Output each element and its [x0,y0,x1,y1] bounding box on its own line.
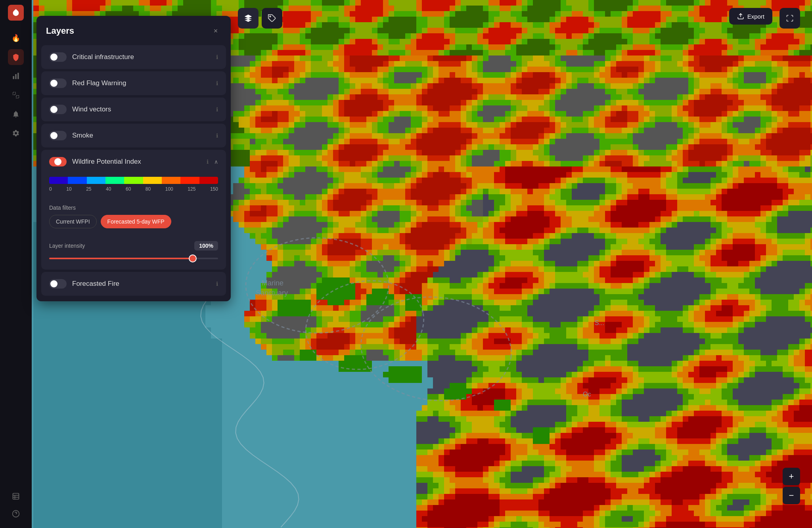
info-icon-wfpi[interactable]: ℹ [207,159,209,165]
panel-header: Layers × [36,16,231,43]
chip-forecasted-5day[interactable]: Forecasted 5-day WFP [101,215,171,228]
toggle-knob [50,80,57,87]
layer-item-wfpi: Wildfire Potential Index ℹ ∧ 0 10 25 4 [41,150,226,270]
svg-rect-3 [13,92,16,95]
toggle-wind-vectors[interactable] [49,105,67,114]
top-toolbar [238,8,282,29]
color-seg-6 [162,177,180,184]
panel-title: Layers [46,26,74,36]
fullscreen-button[interactable] [779,8,800,29]
chevron-up-icon[interactable]: ∧ [214,159,218,165]
sidebar-item-fire[interactable]: 🔥 [8,30,24,46]
layer-item-wind-vectors: Wind vectors ℹ [41,98,226,121]
color-label-40: 40 [106,186,111,192]
svg-rect-1 [15,74,16,79]
color-seg-1 [68,177,86,184]
layers-toolbar-btn[interactable] [238,8,259,29]
filter-chips: Current WFPI Forecasted 5-day WFP [49,215,218,228]
tag-toolbar-btn[interactable] [262,8,282,29]
layer-item-critical-infrastructure: Critical infrastructure ℹ [41,45,226,69]
layers-panel: Layers × Critical infrastructure ℹ Red F… [36,16,231,301]
toggle-knob [50,54,57,61]
layer-label-critical: Critical infrastructure [72,53,211,61]
toggle-knob [50,280,57,287]
svg-point-10 [270,16,271,17]
toggle-knob [50,132,57,139]
svg-rect-4 [16,96,19,98]
zoom-controls: + − [783,468,800,504]
toggle-track-wfpi[interactable] [49,157,67,166]
sidebar-item-help[interactable] [8,506,24,522]
toggle-track[interactable] [49,78,67,88]
intensity-label: Layer intensity [49,243,85,249]
toggle-track[interactable] [49,52,67,62]
layer-item-smoke: Smoke ℹ [41,124,226,147]
toggle-wfpi[interactable] [49,157,67,166]
color-seg-2 [87,177,105,184]
layer-label-red-flag: Red Flag Warning [72,79,211,87]
color-seg-5 [143,177,162,184]
sidebar-item-chart[interactable] [8,68,24,84]
svg-rect-2 [17,73,19,79]
toggle-knob [50,106,57,113]
toggle-critical-infrastructure[interactable] [49,52,67,62]
color-seg-8 [199,177,218,184]
intensity-header: Layer intensity 100% [49,241,218,251]
sidebar-item-shield[interactable] [8,49,24,65]
color-label-150: 150 [210,186,218,192]
color-label-60: 60 [126,186,131,192]
info-icon-smoke[interactable]: ℹ [216,132,218,139]
info-icon-critical[interactable]: ℹ [216,54,218,60]
zoom-out-button[interactable]: − [783,487,800,504]
color-label-80: 80 [146,186,151,192]
color-labels: 0 10 25 40 60 80 100 125 150 [49,186,218,192]
toggle-track[interactable] [49,131,67,140]
svg-rect-5 [13,494,19,499]
sidebar-item-table[interactable] [8,488,24,504]
info-icon-red-flag[interactable]: ℹ [216,80,218,86]
layer-item-forecasted-fire: Forecasted Fire ℹ [41,272,226,296]
color-seg-4 [124,177,143,184]
intensity-slider-thumb[interactable] [189,254,197,262]
color-scale: 0 10 25 40 60 80 100 125 150 [49,177,218,192]
chip-current-wfpi[interactable]: Current WFPI [49,215,97,228]
sidebar: 🔥 [0,0,32,528]
intensity-slider-container[interactable] [49,254,218,262]
intensity-value: 100% [194,241,218,251]
app-logo [8,5,24,21]
zoom-in-button[interactable]: + [783,468,800,485]
toggle-forecasted-fire[interactable] [49,279,67,289]
color-label-10: 10 [66,186,71,192]
sidebar-item-settings[interactable] [8,125,24,141]
toggle-track[interactable] [49,105,67,114]
toggle-track[interactable] [49,279,67,289]
color-label-25: 25 [86,186,91,192]
info-icon-forecasted-fire[interactable]: ℹ [216,281,218,287]
intensity-section: Layer intensity 100% [49,241,218,262]
info-icon-wind[interactable]: ℹ [216,106,218,113]
export-label: Export [747,13,764,20]
color-label-100: 100 [165,186,173,192]
color-seg-7 [180,177,199,184]
toggle-red-flag[interactable] [49,78,67,88]
intensity-slider-track[interactable] [49,258,218,259]
toggle-knob-wfpi [54,158,61,165]
data-filters-label: Data filters [49,205,218,211]
data-filters-section: Data filters Current WFPI Forecasted 5-d… [49,205,218,228]
svg-rect-0 [13,76,14,79]
color-bar [49,177,218,184]
toggle-smoke[interactable] [49,131,67,140]
layer-label-forecasted-fire: Forecasted Fire [72,280,211,288]
layer-item-red-flag: Red Flag Warning ℹ [41,71,226,95]
sidebar-item-select[interactable] [8,87,24,103]
color-label-0: 0 [49,186,52,192]
layer-label-wind: Wind vectors [72,105,211,113]
color-seg-0 [49,177,68,184]
layer-label-wfpi: Wildfire Potential Index [72,158,201,166]
color-seg-3 [105,177,124,184]
layer-label-smoke: Smoke [72,132,211,140]
sidebar-item-bell[interactable] [8,106,24,122]
close-panel-button[interactable]: × [210,25,221,36]
export-button[interactable]: Export [729,8,772,25]
wfpi-header-row: Wildfire Potential Index ℹ ∧ [49,157,218,166]
